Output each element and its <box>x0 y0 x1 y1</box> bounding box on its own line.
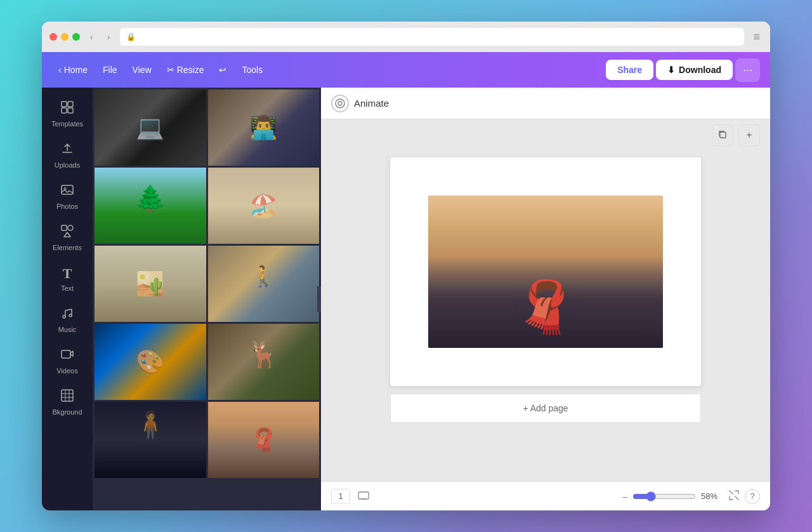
text-icon: T <box>63 265 72 282</box>
sidebar-item-label: Music <box>58 326 77 333</box>
media-item[interactable] <box>208 324 320 400</box>
svg-rect-4 <box>62 185 73 194</box>
download-button[interactable]: ⬇ Download <box>656 60 733 80</box>
media-item[interactable] <box>95 246 206 322</box>
svg-point-17 <box>336 99 344 108</box>
view-button[interactable]: View <box>126 61 158 79</box>
share-button[interactable]: Share <box>606 60 653 80</box>
media-item[interactable] <box>95 90 206 166</box>
svg-marker-8 <box>64 232 70 237</box>
media-item[interactable] <box>208 90 320 166</box>
svg-rect-1 <box>68 102 73 107</box>
resize-button[interactable]: ✂ Resize <box>160 61 211 79</box>
back-button[interactable]: ‹ <box>86 29 97 44</box>
svg-point-5 <box>64 188 66 190</box>
svg-rect-19 <box>720 132 726 138</box>
sidebar-item-label: Uploads <box>55 161 80 169</box>
collapse-panel-handle[interactable]: ‹ <box>317 286 321 312</box>
device-view-button[interactable] <box>355 487 372 506</box>
bottom-bar: 1 – 58% <box>321 481 770 510</box>
sidebar-item-label: Text <box>61 284 74 292</box>
duplicate-icon <box>717 130 728 142</box>
address-bar[interactable]: 🔒 <box>120 28 744 46</box>
sidebar-item-label: Templates <box>51 120 83 128</box>
sidebar-item-templates[interactable]: Templates <box>44 94 90 134</box>
svg-point-7 <box>68 225 73 230</box>
media-item[interactable] <box>208 402 320 478</box>
forward-button[interactable]: › <box>103 29 114 44</box>
animate-label: Animate <box>354 98 389 109</box>
media-panel: ‹ <box>93 88 321 510</box>
templates-icon <box>60 100 74 117</box>
sidebar-item-uploads[interactable]: Uploads <box>44 135 90 175</box>
media-grid <box>93 88 321 480</box>
photo-person: 🧣 <box>514 282 577 333</box>
media-item[interactable] <box>208 168 320 244</box>
media-item[interactable] <box>95 324 206 400</box>
main-content: Templates Uploads <box>42 88 770 510</box>
svg-rect-3 <box>68 108 73 113</box>
sidebar-item-label: Videos <box>56 367 77 375</box>
background-icon <box>60 389 74 406</box>
lock-icon: 🔒 <box>126 32 136 41</box>
page-canvas: 🧣 <box>390 157 701 386</box>
undo-icon: ↩ <box>219 65 226 75</box>
photos-icon <box>60 183 74 200</box>
help-button[interactable]: ? <box>745 489 760 504</box>
animate-icon <box>331 95 349 112</box>
svg-rect-11 <box>62 350 70 358</box>
sidebar-item-videos[interactable]: Videos <box>44 341 90 381</box>
sidebar-item-label: Bkground <box>52 408 82 416</box>
main-canvas-photo: 🧣 <box>428 196 663 348</box>
add-page-inline-button[interactable]: + <box>738 124 760 146</box>
undo-button[interactable]: ↩ <box>213 61 233 79</box>
page-indicator: 1 <box>331 489 350 504</box>
zoom-slider[interactable] <box>632 491 696 502</box>
duplicate-page-button[interactable] <box>712 124 733 146</box>
zoom-out-icon: – <box>622 491 627 502</box>
maximize-button[interactable] <box>72 33 80 41</box>
sidebar: Templates Uploads <box>42 88 93 510</box>
animate-bar: Animate <box>321 88 770 119</box>
tools-button[interactable]: Tools <box>235 61 269 79</box>
home-icon: ‹ <box>58 65 62 75</box>
add-page-button[interactable]: + Add page <box>390 394 701 423</box>
close-button[interactable] <box>49 33 57 41</box>
svg-rect-0 <box>62 102 67 107</box>
toolbar: ‹ Home File View ✂ Resize ↩ Tools Share … <box>42 52 770 88</box>
svg-point-18 <box>338 102 342 105</box>
media-item[interactable] <box>95 402 206 478</box>
minimize-button[interactable] <box>61 33 69 41</box>
canvas-actions: + <box>321 119 770 151</box>
sidebar-item-elements[interactable]: Elements <box>44 218 90 258</box>
music-icon <box>60 306 74 323</box>
traffic-lights <box>49 33 80 41</box>
svg-rect-2 <box>62 108 67 113</box>
download-icon: ⬇ <box>667 65 675 75</box>
browser-window: ‹ › 🔒 ≡ ‹ Home File View ✂ Resize ↩ Tool… <box>42 22 770 510</box>
media-item[interactable] <box>208 246 320 322</box>
sidebar-item-label: Elements <box>53 244 82 251</box>
home-button[interactable]: ‹ Home <box>52 61 94 79</box>
zoom-percent-label: 58% <box>701 491 723 501</box>
sidebar-item-music[interactable]: Music <box>44 300 90 340</box>
svg-rect-12 <box>62 390 73 401</box>
svg-point-10 <box>69 314 72 317</box>
videos-icon <box>60 347 74 364</box>
sidebar-item-text[interactable]: T Text <box>44 259 90 298</box>
svg-rect-6 <box>62 225 67 230</box>
media-item[interactable] <box>95 168 206 244</box>
browser-chrome: ‹ › 🔒 ≡ <box>42 22 770 52</box>
sidebar-item-photos[interactable]: Photos <box>44 176 90 216</box>
file-button[interactable]: File <box>96 61 124 79</box>
sidebar-item-background[interactable]: Bkground <box>44 382 90 422</box>
svg-rect-20 <box>358 492 369 499</box>
more-options-button[interactable]: ··· <box>735 58 760 82</box>
uploads-icon <box>60 142 74 159</box>
browser-menu-button[interactable]: ≡ <box>750 28 763 46</box>
fullscreen-button[interactable] <box>728 489 740 503</box>
zoom-control: – 58% <box>622 491 723 502</box>
canvas-scroll[interactable]: 🧣 + Add page <box>321 151 770 481</box>
canvas-area: Animate + <box>321 88 770 510</box>
elements-icon <box>60 224 74 241</box>
